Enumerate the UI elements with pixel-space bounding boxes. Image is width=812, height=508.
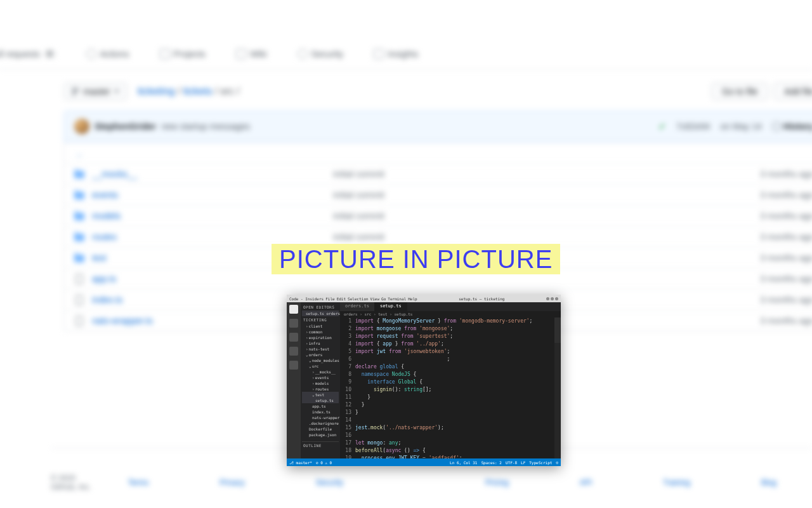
file-name[interactable]: __mocks__ [92,169,333,179]
file-commit-msg[interactable]: initial commit [333,190,760,200]
editor-tab[interactable]: orders.ts [340,302,375,311]
footer-link[interactable]: Security [316,478,343,487]
editor-tab-active[interactable]: setup.ts [375,302,407,311]
file-name[interactable]: events [92,190,333,200]
tab-security[interactable]: Security [290,44,351,64]
menu-item[interactable]: Go [381,297,386,301]
close-icon[interactable] [555,297,558,300]
footer-link[interactable]: Blog [761,478,776,487]
add-file-button[interactable]: Add file [773,83,812,100]
footer-link[interactable]: Pricing [485,478,509,487]
status-item[interactable]: TypeScript [529,460,552,465]
file-commit-msg[interactable]: initial commit [333,169,760,179]
tree-item[interactable]: nats-wrapper.ts [302,415,339,420]
breadcrumb-link[interactable]: tickets [183,86,212,97]
commit-author[interactable]: StephenGrider [95,121,156,131]
file-commit-msg[interactable]: initial commit [333,211,760,221]
extensions-icon[interactable] [289,361,298,370]
tree-item[interactable]: ›events [302,375,339,380]
minimap[interactable] [554,318,561,458]
table-row[interactable]: modelsinitial commit3 months ago [64,205,812,226]
tab-projects[interactable]: Projects [152,44,214,64]
activity-bar[interactable] [287,302,301,458]
pip-window-controls[interactable] [546,297,558,300]
tree-item[interactable]: ›common [302,329,339,335]
pip-menubar[interactable]: Code - InsidersFileEditSelectionViewGoTe… [289,297,417,301]
tree-item[interactable]: ⌄test [302,392,339,398]
avatar[interactable] [74,119,89,134]
status-item[interactable]: LF [521,460,525,465]
status-bar[interactable]: ⎇ master*⊘ 0 ⚠ 0 Ln 6, Col 31Spaces: 2UT… [287,458,561,466]
menu-item[interactable]: File [325,297,334,301]
status-item[interactable]: Spaces: 2 [481,460,502,465]
tree-item[interactable]: ›__mocks__ [302,369,339,375]
tree-item[interactable]: ›nats-test [302,346,339,352]
commit-message[interactable]: new startup messages [161,121,250,131]
footer-link[interactable]: Privacy [219,478,244,487]
tree-item[interactable]: ›routes [302,386,339,392]
tree-item[interactable]: index.ts [302,409,339,415]
minimize-icon[interactable] [546,297,549,300]
tab-wiki[interactable]: Wiki [228,44,274,64]
menu-item[interactable]: Help [408,297,417,301]
file-name[interactable]: models [92,211,333,221]
pip-titlebar[interactable]: Code - InsidersFileEditSelectionViewGoTe… [287,295,561,302]
search-icon[interactable] [289,319,298,328]
parent-dir-row[interactable]: .. [64,142,812,163]
status-item[interactable]: Ln 6, Col 31 [450,460,477,465]
tree-item[interactable]: setup.ts [302,398,339,403]
editor-code-area[interactable]: 12345678910111213141516171819 import { M… [340,318,561,458]
status-item[interactable]: UTF-8 [506,460,517,465]
tree-item[interactable]: ›expiration [302,335,339,340]
outline-header[interactable]: OUTLINE [302,441,339,449]
footer-link[interactable]: Training [663,478,690,487]
debug-icon[interactable] [289,347,298,356]
menu-item[interactable]: Edit [337,297,346,301]
tree-item[interactable]: ›client [302,323,339,329]
explorer-icon[interactable] [289,305,298,314]
menu-item[interactable]: Terminal [388,297,406,301]
tree-item[interactable]: app.ts [302,403,339,409]
file-commit-msg[interactable]: initial commit [333,232,760,242]
tab-insights[interactable]: Insights [366,44,426,64]
file-name[interactable]: routes [92,232,333,242]
editor-breadcrumb[interactable]: orders › src › test › setup.ts [340,311,561,318]
tree-item[interactable]: ⌄node_modules [302,358,339,363]
tree-item[interactable]: package.json [302,432,339,438]
menu-item[interactable]: View [370,297,379,301]
footer-link[interactable]: Terms [128,478,149,487]
tree-item[interactable]: Dockerfile [302,426,339,432]
tree-item[interactable]: ⌄orders [302,352,339,358]
breadcrumb-link[interactable]: ticketing [138,86,175,97]
branch-select-button[interactable]: master [63,83,128,100]
open-editor-item[interactable]: setup.ts orders/src/test [302,311,339,316]
tab-actions[interactable]: Actions [79,44,137,64]
table-row[interactable]: __mocks__initial commit3 months ago [64,163,812,184]
project-header[interactable]: TICKETING [302,316,339,323]
status-item[interactable]: ☺ [556,460,558,465]
tree-item[interactable]: .dockerignore [302,420,339,426]
code-content[interactable]: import { MongoMemoryServer } from 'mongo… [355,318,554,458]
tree-item[interactable]: ›infra [302,340,339,346]
scm-icon[interactable] [289,333,298,342]
status-item[interactable]: ⊘ 0 ⚠ 0 [316,460,332,465]
maximize-icon[interactable] [551,297,554,300]
table-row[interactable]: eventsinitial commit3 months ago [64,184,812,205]
editor-tabs[interactable]: orders.ts setup.ts [340,302,561,311]
status-item[interactable]: ⎇ master* [289,460,312,465]
check-icon[interactable]: ✓ [658,121,666,131]
pip-editor-window[interactable]: Code - InsidersFileEditSelectionViewGoTe… [287,295,561,466]
commit-hash[interactable]: 7c82e94 [676,121,710,131]
tree-item[interactable]: ⌄src [302,363,339,369]
history-link[interactable]: History [772,121,812,131]
goto-file-button[interactable]: Go to file [711,83,768,100]
footer-link[interactable]: API [580,478,592,487]
menu-item[interactable]: Code - Insiders [289,297,324,301]
menu-item[interactable]: Selection [348,297,369,301]
tree-item[interactable]: ›models [302,380,339,386]
explorer-sidebar[interactable]: OPEN EDITORS setup.ts orders/src/test TI… [301,302,340,458]
open-editors-header[interactable]: OPEN EDITORS [302,304,339,311]
tab-pull-requests[interactable]: Pull requests 0 [0,44,63,64]
file-name[interactable]: app.ts [92,274,333,284]
breadcrumb: ticketing / tickets / src / [138,86,240,97]
